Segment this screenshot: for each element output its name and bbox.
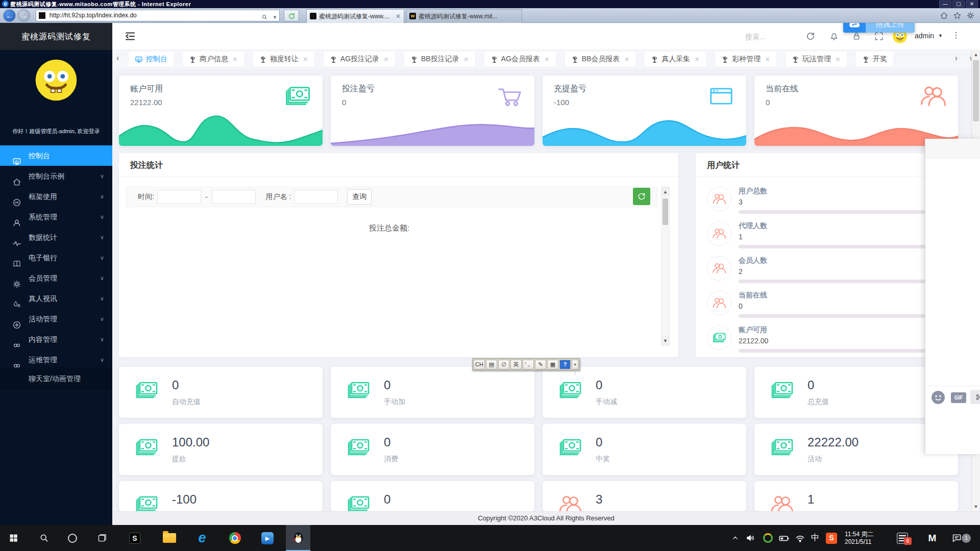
pen-icon[interactable]: ✎ — [535, 360, 546, 369]
file-explorer-icon[interactable] — [157, 525, 182, 551]
chevron-left-icon[interactable]: ‹ — [116, 54, 119, 63]
task-view-icon[interactable] — [90, 525, 114, 551]
ime-ch-button[interactable]: CH — [474, 360, 485, 369]
im-icon[interactable]: M — [923, 525, 941, 551]
tab-live-collect[interactable]: 真人采集✕ — [645, 52, 706, 67]
smiley-icon[interactable] — [932, 391, 945, 404]
bell-icon[interactable] — [829, 31, 839, 41]
minimize-icon[interactable]: — — [939, 1, 951, 8]
panel-scrollbar[interactable]: ▲ ▼ — [661, 187, 670, 346]
qq-app-icon[interactable] — [286, 525, 310, 551]
sidebar-item-console[interactable]: 控制台 — [0, 145, 112, 166]
scroll-up-icon[interactable]: ▲ — [662, 187, 669, 196]
tab-ag-bet-records[interactable]: AG投注记录✕ — [324, 52, 395, 67]
chat-window-titlebar[interactable] — [925, 139, 980, 158]
sogou-tray-icon[interactable]: S — [823, 525, 840, 551]
scroll-down-icon[interactable]: ▼ — [662, 336, 669, 345]
cortana-icon[interactable] — [60, 525, 85, 551]
close-tab-icon[interactable]: ✕ — [835, 56, 841, 63]
kebab-menu-icon[interactable]: ⋮ — [952, 30, 960, 40]
query-button[interactable]: 查询 — [347, 189, 372, 205]
close-tab-icon[interactable]: ✕ — [765, 56, 770, 63]
taskbar-search-icon[interactable] — [32, 525, 56, 551]
ime-indicator[interactable]: 中 — [808, 525, 822, 551]
close-tab-icon[interactable]: ✕ — [396, 10, 401, 23]
forward-button[interactable]: → — [17, 9, 30, 22]
chevron-down-icon[interactable]: ▾⋮ — [572, 360, 578, 369]
settings-gear-icon[interactable] — [966, 11, 975, 20]
address-dropdown-icon[interactable]: ▼ — [273, 12, 277, 23]
search-icon[interactable] — [261, 12, 268, 22]
lock-icon[interactable] — [851, 31, 862, 41]
chrome-icon[interactable] — [223, 525, 247, 551]
tab-console[interactable]: 控制台 — [129, 52, 174, 67]
refresh-button[interactable] — [633, 188, 650, 205]
sogou-app-icon[interactable]: S — [122, 525, 147, 551]
tab-quota-transfer[interactable]: 额度转让✕ — [253, 52, 314, 67]
tab-draw[interactable]: 开奖 — [856, 52, 893, 67]
refresh-page-icon[interactable] — [284, 10, 299, 21]
scrollbar-thumb[interactable] — [663, 198, 668, 225]
browser-tab-2[interactable]: W蜜桃源码测试修复-www.mit... — [406, 9, 522, 23]
sidebar-item-content[interactable]: 内容管理∨ — [0, 329, 112, 349]
tab-merchant-info[interactable]: 商户信息✕ — [183, 52, 244, 67]
time-end-input[interactable] — [212, 190, 256, 204]
close-tab-icon[interactable]: ✕ — [694, 56, 700, 63]
sidebar-item-framework[interactable]: 框架使用∨ — [0, 186, 112, 207]
maximize-icon[interactable]: ▢ — [952, 1, 965, 8]
sidebar-item-activities[interactable]: 活动管理∨ — [0, 309, 112, 329]
close-tab-icon[interactable]: ✕ — [383, 56, 389, 63]
home-icon[interactable] — [940, 11, 948, 20]
browser-tab-1[interactable]: 蜜桃源码测试修复-www.... ✕ — [306, 9, 404, 23]
gif-icon[interactable]: GIF — [951, 392, 966, 403]
username-dropdown[interactable]: admin — [915, 32, 934, 40]
sidebar-item-members[interactable]: 会员管理∨ — [0, 268, 112, 288]
sidebar-item-ops[interactable]: 运维管理∨ — [0, 349, 112, 370]
help-icon[interactable]: ? — [559, 360, 571, 369]
refresh-icon[interactable] — [805, 31, 816, 41]
scrollbar-thumb[interactable] — [973, 60, 979, 121]
scroll-up-icon[interactable]: ▲ — [972, 50, 980, 59]
tray-chevron-up-icon[interactable] — [728, 525, 742, 551]
close-tab-icon[interactable]: ✕ — [544, 56, 550, 63]
sidebar-item-statistics[interactable]: 数据统计∨ — [0, 227, 112, 247]
start-button[interactable] — [1, 525, 26, 551]
block-icon[interactable]: ∅ — [498, 360, 509, 369]
sidebar-item-console-demo[interactable]: 控制台示例∨ — [0, 166, 112, 186]
punctuation-icon[interactable]: '， — [523, 360, 534, 369]
time-start-input[interactable] — [157, 190, 201, 204]
battery-icon[interactable] — [776, 525, 792, 551]
scroll-down-icon[interactable]: ▼ — [972, 502, 980, 511]
address-bar[interactable]: http://ht.92sp.top/Index.index.do ▼ — [36, 10, 280, 21]
sidebar-item-system[interactable]: 系统管理∨ — [0, 207, 112, 227]
menu-toggle-icon[interactable] — [124, 30, 136, 42]
close-icon[interactable]: ✕ — [966, 1, 978, 8]
back-button[interactable]: ← — [3, 9, 16, 22]
keyboard-icon[interactable]: ▤ — [486, 360, 497, 369]
close-tab-icon[interactable]: ✕ — [624, 56, 629, 63]
tab-lottery-manage[interactable]: 彩种管理✕ — [715, 52, 776, 67]
close-tab-icon[interactable]: ✕ — [232, 56, 238, 63]
edge-icon[interactable]: e — [190, 525, 214, 551]
antivirus-icon[interactable] — [760, 525, 775, 551]
chevron-right-icon[interactable]: › — [955, 54, 958, 63]
sidebar-subitem-chatroom[interactable]: 聊天室/动画管理 — [0, 367, 112, 390]
tab-bb-bet-records[interactable]: BB投注记录✕ — [404, 52, 475, 67]
username-input[interactable] — [294, 190, 338, 204]
tab-play-manage[interactable]: 玩法管理✕ — [786, 52, 847, 67]
wifi-icon[interactable] — [792, 525, 807, 551]
close-tab-icon[interactable]: ✕ — [303, 56, 308, 63]
speaker-icon[interactable] — [743, 525, 758, 551]
taskbar-clock[interactable]: 11:54 周二 2021/5/11 — [845, 525, 892, 551]
close-tab-icon[interactable]: ✕ — [463, 56, 469, 63]
sidebar-item-ebank[interactable]: 电子银行∨ — [0, 247, 112, 268]
favorites-star-icon[interactable] — [953, 11, 962, 20]
tab-bb-member-report[interactable]: BB会员报表✕ — [565, 52, 636, 67]
sidebar-item-live-video[interactable]: 真人视讯∨ — [0, 288, 112, 309]
media-player-icon[interactable]: ▶ — [255, 525, 280, 551]
grid-icon[interactable]: ▦ — [547, 360, 558, 369]
tab-ag-member-report[interactable]: AG会员报表✕ — [484, 52, 556, 67]
scissors-icon[interactable] — [970, 390, 980, 404]
fullscreen-icon[interactable] — [874, 31, 884, 41]
ime-en-button[interactable]: 英 — [510, 360, 522, 369]
